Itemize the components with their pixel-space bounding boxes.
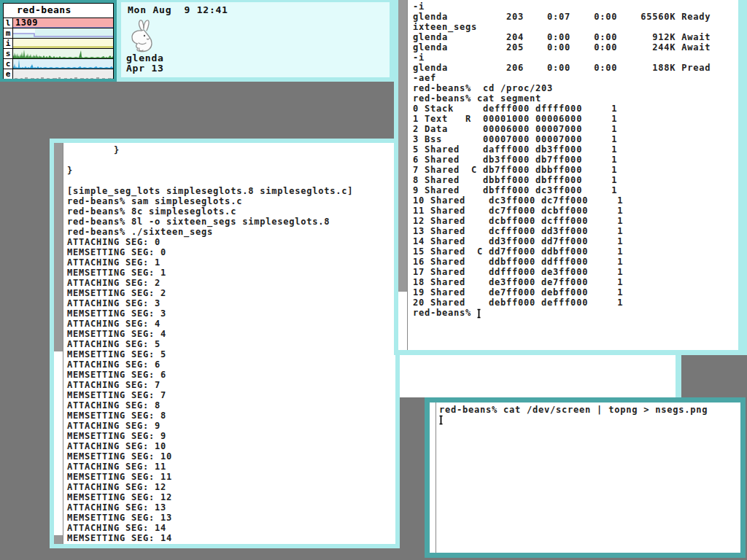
scrollbar-separator [63, 143, 63, 544]
right-terminal-content[interactable]: -i glenda 203 0:07 0:00 65560K Ready ./s… [398, 0, 738, 350]
bottom-terminal-content[interactable]: red-beans% cat /dev/screen | topng > nse… [430, 402, 740, 553]
stats-row-mem: m [4, 28, 113, 38]
ether-graph [13, 69, 113, 79]
stats-title: red-beans [4, 4, 113, 18]
stats-row-ether: e [4, 69, 113, 79]
intr-graph [13, 39, 113, 48]
text-cursor [476, 308, 482, 319]
right-terminal-text: -i glenda 203 0:07 0:00 65560K Ready ./s… [413, 1, 738, 318]
context-graph [13, 59, 113, 69]
glenda-avatar [125, 18, 163, 58]
stats-window[interactable]: red-beans l 1309 m i [0, 0, 117, 82]
faces-window[interactable]: Mon Aug 9 12:41 glenda Apr 13 [117, 0, 394, 82]
left-terminal-window[interactable]: } } [simple_seg_lots simpleseglots.8 sim… [50, 139, 400, 548]
background-window[interactable] [385, 350, 681, 397]
stats-row-syscall: s [4, 48, 113, 58]
stats-row-intr: i [4, 38, 113, 48]
context-graph-plot [13, 59, 113, 69]
syscall-graph [13, 49, 113, 58]
right-terminal-window[interactable]: -i glenda 203 0:07 0:00 65560K Ready ./s… [394, 0, 747, 355]
faces-content: Mon Aug 9 12:41 glenda Apr 13 [121, 2, 390, 77]
syscall-graph-plot [13, 49, 113, 58]
bottom-terminal-text: red-beans% cat /dev/screen | topng > nse… [439, 405, 708, 415]
stats-label-intr: i [4, 39, 13, 48]
stats-row-context: c [4, 58, 113, 69]
left-terminal-content[interactable]: } } [simple_seg_lots simpleseglots.8 sim… [54, 143, 395, 544]
scrollbar-separator [407, 0, 408, 350]
bottom-terminal-window[interactable]: red-beans% cat /dev/screen | topng > nse… [425, 397, 746, 558]
stats-row-load: l 1309 [4, 18, 113, 28]
load-graph: 1309 [13, 18, 113, 28]
left-terminal-text: } } [simple_seg_lots simpleseglots.8 sim… [67, 145, 353, 543]
rio-desktop[interactable]: { "colors": { "desktop_bg": "#777777", "… [0, 0, 747, 560]
stats-frame: red-beans l 1309 m i [3, 3, 114, 79]
stats-label-context: c [4, 59, 13, 69]
left-terminal-scroll-thumb[interactable] [54, 351, 63, 535]
left-terminal-scrollbar[interactable] [54, 143, 63, 544]
load-value: 1309 [15, 18, 38, 28]
ether-graph-plot [13, 69, 113, 79]
clock-text: Mon Aug 9 12:41 [128, 5, 228, 15]
face-name: glenda [126, 53, 164, 63]
stats-label-syscall: s [4, 49, 13, 58]
stats-label-ether: e [4, 69, 13, 79]
stats-label-load: l [4, 18, 13, 28]
stats-label-mem: m [4, 28, 13, 38]
right-terminal-scrollbar[interactable] [398, 0, 408, 350]
face-date: Apr 13 [126, 63, 164, 74]
bottom-terminal-scrollbar[interactable] [430, 402, 436, 553]
intr-graph-plot [13, 39, 113, 48]
right-terminal-scroll-thumb[interactable] [398, 292, 407, 350]
scrollbar-separator [436, 402, 436, 553]
mem-graph-plot [13, 28, 113, 38]
text-cursor [438, 415, 444, 425]
mem-graph [13, 28, 113, 38]
